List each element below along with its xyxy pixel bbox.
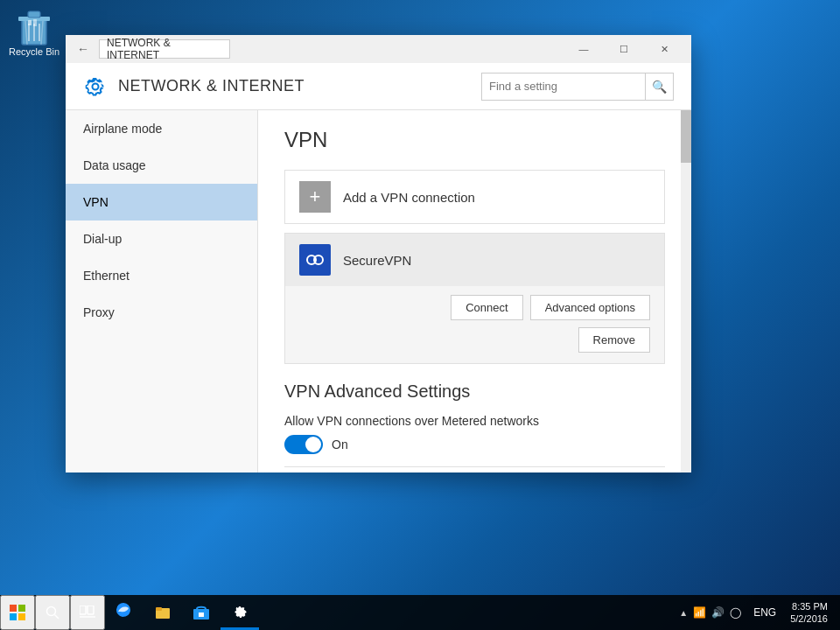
metered-toggle[interactable] <box>284 435 323 454</box>
svg-rect-16 <box>80 606 86 614</box>
svg-rect-12 <box>10 613 17 620</box>
setting-metered-label: Allow VPN connections over Metered netwo… <box>284 414 665 428</box>
add-vpn-button[interactable]: + Add a VPN connection <box>284 170 665 224</box>
taskbar-language[interactable]: ENG <box>750 606 780 619</box>
vpn-section-title: VPN <box>284 128 665 152</box>
back-button[interactable]: ← <box>73 38 94 60</box>
svg-rect-10 <box>10 605 17 612</box>
taskbar: ▲ 📶 🔊 ◯ ENG 8:35 PM 5/2/2016 <box>0 595 840 630</box>
taskbar-clock[interactable]: 8:35 PM 5/2/2016 <box>783 600 835 626</box>
systray-message[interactable]: ◯ <box>730 606 741 619</box>
advanced-options-button[interactable]: Advanced options <box>530 295 650 320</box>
svg-point-14 <box>47 607 56 616</box>
maximize-button[interactable]: ☐ <box>604 35 644 63</box>
task-view-button[interactable] <box>70 595 105 630</box>
taskbar-search-button[interactable] <box>35 595 70 630</box>
close-button[interactable]: ✕ <box>644 35 684 63</box>
vpn-entry-header: SecureVPN <box>285 234 664 286</box>
taskbar-right: ▲ 📶 🔊 ◯ ENG 8:35 PM 5/2/2016 <box>674 600 840 626</box>
svg-line-15 <box>55 615 60 620</box>
add-vpn-label: Add a VPN connection <box>343 190 475 205</box>
gear-icon <box>83 74 108 99</box>
settings-header: NETWORK & INTERNET 🔍 <box>66 63 691 110</box>
minimize-button[interactable]: — <box>564 35 604 63</box>
systray-volume[interactable]: 🔊 <box>711 606 724 619</box>
taskbar-time: 8:35 PM <box>790 600 828 612</box>
search-box[interactable]: 🔍 <box>481 73 674 101</box>
svg-rect-6 <box>28 20 32 25</box>
vpn-logo <box>299 244 331 276</box>
taskbar-date: 5/2/2016 <box>790 612 828 625</box>
connect-button[interactable]: Connect <box>451 295 522 320</box>
systray-network[interactable]: 📶 <box>693 606 706 619</box>
sidebar-item-data-usage[interactable]: Data usage <box>66 147 257 184</box>
svg-rect-11 <box>18 605 25 612</box>
taskbar-store[interactable] <box>182 595 220 630</box>
toggle-row: On <box>284 435 665 454</box>
recycle-bin-icon[interactable]: Recycle Bin <box>9 7 60 57</box>
setting-metered-networks: Allow VPN connections over Metered netwo… <box>284 414 665 454</box>
scroll-bar[interactable] <box>681 110 691 472</box>
desktop: Recycle Bin ← NETWORK & INTERNET — ☐ ✕ <box>0 0 840 630</box>
systray-arrow[interactable]: ▲ <box>679 608 688 618</box>
taskbar-apps <box>105 595 674 630</box>
main-content: VPN + Add a VPN connection <box>258 110 691 472</box>
cut-off-setting: Allow VPN to connect while Roaming <box>284 466 665 472</box>
advanced-settings-title: VPN Advanced Settings <box>284 382 665 402</box>
content-area: Airplane mode Data usage VPN Dial-up Eth… <box>66 110 691 472</box>
sidebar: Airplane mode Data usage VPN Dial-up Eth… <box>66 110 258 472</box>
taskbar-systray: ▲ 📶 🔊 ◯ <box>674 606 746 619</box>
taskbar-edge[interactable] <box>105 595 144 630</box>
title-bar-nav: ← NETWORK & INTERNET <box>73 38 230 60</box>
svg-rect-2 <box>28 11 40 18</box>
start-button[interactable] <box>0 595 35 630</box>
vpn-entry: SecureVPN Connect Advanced options Remov… <box>284 233 665 364</box>
vpn-name: SecureVPN <box>343 253 411 268</box>
toggle-on-label: On <box>332 438 348 452</box>
search-input[interactable] <box>482 80 645 93</box>
remove-button[interactable]: Remove <box>578 327 650 353</box>
settings-window: ← NETWORK & INTERNET — ☐ ✕ NETWORK & INT… <box>66 35 691 472</box>
svg-rect-17 <box>88 606 94 614</box>
taskbar-file-explorer[interactable] <box>144 595 182 630</box>
svg-rect-7 <box>33 19 37 26</box>
window-controls: — ☐ ✕ <box>564 35 684 63</box>
vpn-actions: Connect Advanced options <box>285 286 664 327</box>
sidebar-item-proxy[interactable]: Proxy <box>66 294 257 331</box>
svg-rect-20 <box>156 607 162 611</box>
plus-icon: + <box>299 181 331 213</box>
vpn-remove-area: Remove <box>285 327 664 363</box>
svg-rect-13 <box>18 613 25 620</box>
title-bar: ← NETWORK & INTERNET — ☐ ✕ <box>66 35 691 63</box>
search-button[interactable]: 🔍 <box>645 73 673 101</box>
sidebar-item-vpn[interactable]: VPN <box>66 184 257 220</box>
sidebar-item-dial-up[interactable]: Dial-up <box>66 220 257 257</box>
sidebar-item-airplane-mode[interactable]: Airplane mode <box>66 110 257 147</box>
sidebar-item-ethernet[interactable]: Ethernet <box>66 257 257 294</box>
taskbar-settings[interactable] <box>220 595 259 630</box>
recycle-bin-label: Recycle Bin <box>9 46 60 57</box>
recycle-bin-graphic <box>17 7 52 46</box>
scroll-thumb[interactable] <box>681 110 691 163</box>
svg-rect-22 <box>199 612 204 617</box>
toggle-thumb <box>305 437 321 452</box>
settings-title: NETWORK & INTERNET <box>118 77 304 95</box>
title-bar-text: NETWORK & INTERNET <box>99 39 230 59</box>
